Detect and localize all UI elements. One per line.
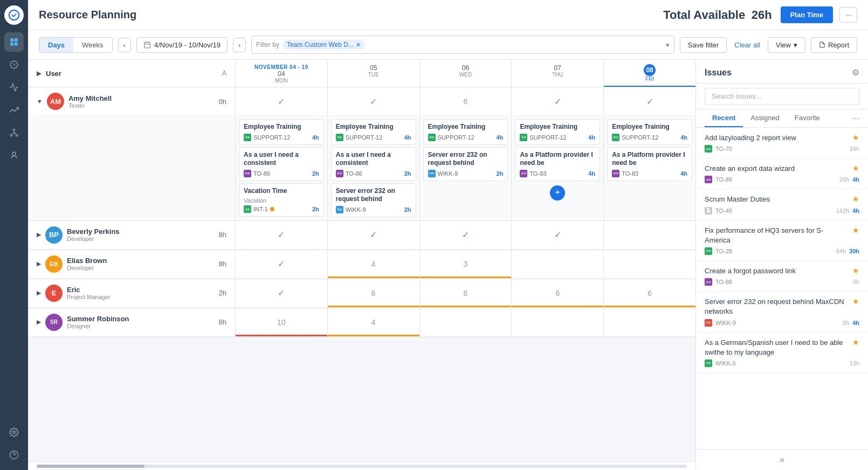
issue-item[interactable]: Add lazyloading 2 report view ★ >> TO-70… — [696, 128, 868, 158]
issue-bottom: >> TO-88 0h — [705, 278, 859, 286]
task-card-vacation[interactable]: Vacation Time Vacation >> INT-1 2h — [239, 183, 324, 217]
task-card[interactable]: Employee Training >> SUPPORT-12 4h — [423, 119, 508, 145]
task-card[interactable]: Employee Training >> SUPPORT-12 4h — [607, 119, 692, 145]
sidebar-icon-issues[interactable] — [4, 55, 24, 74]
date-range[interactable]: 4/Nov/19 - 10/Nov/19 — [136, 37, 228, 53]
summer-cell-thu — [512, 308, 604, 336]
issues-gear-button[interactable]: ⚙ — [852, 67, 859, 78]
user-toggle-eric[interactable]: ▶ — [37, 289, 41, 296]
task-card[interactable]: Employee Training >> SUPPORT-12 4h — [515, 119, 600, 145]
task-card[interactable]: As a user I need a consistent >> TO-86 2… — [239, 147, 324, 181]
issue-hours-blue: 4h — [852, 320, 859, 326]
weeks-toggle[interactable]: Weeks — [73, 38, 112, 52]
issue-hours: 0h — [853, 279, 859, 285]
task-title: As a user I need a consistent — [336, 151, 411, 168]
issues-tab-assigned[interactable]: Assigned — [743, 109, 787, 127]
sidebar-icon-settings[interactable] — [4, 423, 24, 442]
plan-time-button[interactable]: Plan Time — [781, 6, 833, 23]
view-button[interactable]: View ▾ — [768, 37, 805, 53]
task-icon-support: >> — [612, 134, 619, 141]
amy-tasks-thu: Employee Training >> SUPPORT-12 4h As a … — [512, 116, 604, 220]
sidebar-icon-report[interactable] — [4, 100, 24, 120]
summer-cell-fri — [604, 308, 695, 336]
next-button[interactable]: › — [233, 38, 246, 52]
user-name-summer: Summer Robinson — [67, 315, 215, 323]
issue-icon: >> — [705, 319, 712, 327]
issue-name: Scrum Master Duties — [705, 195, 848, 204]
issue-item[interactable]: Create an export data wizard ★ >> TO-89 … — [696, 158, 868, 189]
add-task-button[interactable]: + — [550, 185, 565, 201]
beverly-cell-tue: ✓ — [328, 221, 420, 249]
task-card[interactable]: Employee Training >> SUPPORT-12 4h — [239, 119, 324, 145]
task-key: WIKK-9 — [438, 170, 458, 177]
save-filter-button[interactable]: Save filter — [680, 37, 727, 53]
task-card[interactable]: As a user I need a consistent >> TO-86 2… — [331, 147, 416, 181]
task-key: SUPPORT-12 — [529, 134, 566, 141]
view-toggle: Days Weeks — [39, 37, 113, 53]
issue-item[interactable]: Server error 232 on request behind MaxCD… — [696, 292, 868, 332]
issues-tabs: Recent Assigned Favorite ··· — [696, 109, 868, 128]
task-key: TO-83 — [622, 170, 638, 177]
issue-name: Create a forgot password link — [705, 266, 848, 276]
calendar-body: ▼ AM Amy Mitchell Tester 0h ✓ ✓ 6 — [28, 87, 695, 461]
task-hours: 4h — [312, 134, 319, 141]
issue-item[interactable]: Create a forgot password link ★ >> TO-88… — [696, 261, 868, 292]
sidebar-icon-users[interactable] — [4, 146, 24, 165]
user-hours-elias: 8h — [219, 260, 226, 268]
report-button[interactable]: Report — [811, 37, 857, 53]
issue-item[interactable]: As a German/Spanish user I need to be ab… — [696, 333, 868, 373]
filter-bar[interactable]: Filter by Team Custom Web D... ✕ ▾ — [251, 36, 674, 54]
user-toggle-summer[interactable]: ▶ — [37, 319, 41, 326]
day-col-05: 05 TUE — [328, 60, 420, 87]
task-card[interactable]: Employee Training >> SUPPORT-12 4h — [331, 119, 416, 145]
task-card-server-err2[interactable]: Server error 232 on request behind >> WI… — [423, 147, 508, 181]
task-card-platform2[interactable]: As a Platform provider I need be >> TO-8… — [607, 147, 692, 181]
user-hours-summer: 8h — [219, 318, 226, 326]
sidebar-icon-dashboard[interactable] — [4, 32, 24, 52]
task-card-platform[interactable]: As a Platform provider I need be >> TO-8… — [515, 147, 600, 181]
task-card-server-err[interactable]: Server error 232 on request behind >> WI… — [331, 183, 416, 217]
clear-all-button[interactable]: Clear all — [732, 38, 762, 52]
more-options-button[interactable]: ··· — [839, 7, 857, 23]
svg-point-6 — [13, 129, 15, 130]
task-hours: 2h — [312, 170, 319, 177]
task-key: WIKK-9 — [346, 206, 366, 213]
issues-tab-favorite[interactable]: Favorite — [787, 109, 828, 127]
task-key: INT-1 — [253, 206, 268, 212]
eric-cell-mon: ✓ — [236, 279, 328, 307]
column-toggle-button[interactable]: ▶ — [37, 70, 42, 77]
header-right: Total Available 26h Plan Time ··· — [661, 6, 857, 23]
issues-header: Issues ⚙ — [696, 60, 868, 84]
filter-tag-close[interactable]: ✕ — [356, 42, 361, 49]
filter-label: Filter by — [256, 41, 279, 49]
today-indicator — [604, 86, 695, 87]
sidebar-icon-network[interactable] — [4, 123, 24, 142]
issue-item[interactable]: Scrum Master Duties ★ 📄 TO-40 142h 4h — [696, 189, 868, 220]
scrollbar-track[interactable] — [37, 465, 687, 468]
toolbar: Days Weeks ‹ 4/Nov/19 - 10/Nov/19 › Filt… — [28, 30, 868, 60]
user-toggle-elias[interactable]: ▶ — [37, 260, 41, 267]
task-icon-to: >> — [244, 170, 251, 177]
sidebar-icon-chart[interactable] — [4, 78, 24, 97]
user-info-amy: ▼ AM Amy Mitchell Tester 0h — [28, 87, 236, 115]
svg-point-7 — [10, 135, 12, 136]
user-hours-amy: 0h — [219, 98, 226, 106]
user-toggle-beverly[interactable]: ▶ — [37, 231, 41, 238]
issue-item[interactable]: Fix performance of HQ3 servers for S-Ame… — [696, 220, 868, 261]
elias-cell-thu — [512, 250, 604, 278]
collapse-panel-button[interactable]: » — [780, 455, 784, 465]
user-toggle-amy[interactable]: ▼ — [37, 98, 43, 105]
issue-top: Scrum Master Duties ★ — [705, 195, 859, 204]
app-logo[interactable] — [4, 5, 24, 25]
days-toggle[interactable]: Days — [39, 38, 73, 52]
sidebar-icon-help[interactable] — [4, 445, 24, 465]
issues-tab-more-button[interactable]: ··· — [852, 114, 859, 123]
scrollbar-thumb — [37, 465, 144, 468]
task-key: SUPPORT-12 — [253, 134, 290, 141]
task-title: Server error 232 on request behind — [428, 151, 504, 168]
task-key: TO-86 — [253, 170, 270, 177]
prev-button[interactable]: ‹ — [118, 38, 131, 52]
issues-search-input[interactable] — [705, 88, 859, 105]
user-section-beverly: ▶ BP Beverly Perkins Developer 8h ✓ ✓ ✓ — [28, 221, 695, 250]
issues-tab-recent[interactable]: Recent — [705, 109, 743, 127]
